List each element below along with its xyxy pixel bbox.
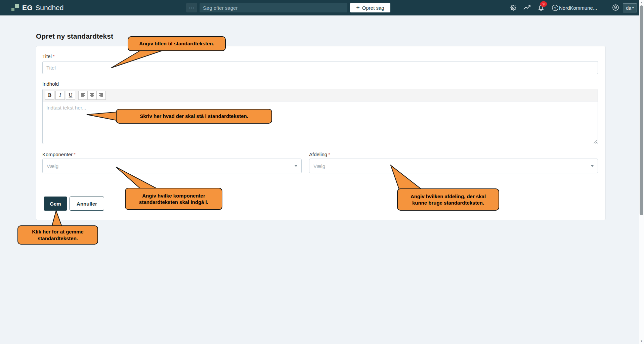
align-left-button[interactable] — [78, 91, 88, 100]
underline-button[interactable]: U — [66, 91, 75, 100]
callout-titel: Angiv titlen til standardteksten. — [128, 36, 226, 51]
plus-icon: + — [356, 5, 360, 11]
align-center-button[interactable] — [87, 91, 97, 100]
dropdown-arrow-icon — [591, 165, 594, 167]
dropdown-arrow-icon — [295, 165, 297, 167]
alignment-button-group — [78, 91, 106, 100]
align-right-icon — [99, 93, 103, 97]
ellipsis-icon: ⋯ — [189, 4, 195, 11]
search-input[interactable] — [200, 3, 347, 12]
callout-indhold: Skriv her hvad der skal stå i standardte… — [116, 109, 272, 124]
resize-handle[interactable] — [593, 140, 597, 143]
required-marker: * — [74, 152, 76, 157]
afdeling-placeholder: Vælg — [313, 163, 591, 169]
align-right-button[interactable] — [96, 91, 106, 100]
top-navigation-bar: EG Sundhed ⋯ + Opret sag — [0, 0, 639, 15]
eg-logo-icon — [11, 4, 19, 12]
callout-afdeling: Angiv hvilken afdeling, der skal kunne b… — [397, 188, 499, 211]
vertical-scrollbar[interactable]: ▲ ▼ — [639, 0, 644, 344]
page-title: Opret ny standardtekst — [36, 32, 113, 40]
komponenter-select[interactable]: Vælg — [42, 159, 302, 173]
svg-text:?: ? — [554, 6, 556, 10]
settings-gear-icon[interactable] — [510, 4, 517, 11]
app-logo: EG Sundhed — [11, 0, 63, 15]
bold-button[interactable]: B — [45, 91, 54, 100]
activity-trend-icon[interactable] — [523, 4, 530, 11]
indhold-label: Indhold — [42, 81, 59, 87]
create-case-button[interactable]: + Opret sag — [350, 3, 390, 12]
user-account-icon[interactable] — [612, 4, 619, 11]
brand-company: EG — [22, 4, 33, 12]
align-center-icon — [90, 93, 94, 97]
required-marker: * — [53, 53, 55, 59]
italic-button[interactable]: I — [55, 91, 65, 100]
brand-product: Sundhed — [35, 4, 63, 12]
app-root: EG Sundhed ⋯ + Opret sag — [0, 0, 644, 344]
global-search — [200, 3, 347, 12]
more-options-button[interactable]: ⋯ — [186, 3, 197, 12]
afdeling-label: Afdeling* — [309, 152, 330, 157]
scroll-down-arrow-icon[interactable]: ▼ — [639, 340, 644, 343]
komponenter-placeholder: Vælg — [47, 163, 295, 169]
language-selector[interactable]: da ▾ — [623, 3, 637, 12]
cancel-button[interactable]: Annuller — [70, 197, 104, 211]
tenant-name[interactable]: NordKommune... — [559, 0, 597, 15]
scrollbar-thumb[interactable] — [640, 5, 643, 215]
callout-gem: Klik her for at gemme standardteksten. — [17, 225, 98, 245]
komponenter-label: Komponenter* — [42, 152, 76, 157]
indhold-placeholder: Indtast tekst her... — [46, 105, 86, 111]
required-marker: * — [328, 152, 330, 157]
afdeling-select[interactable]: Vælg — [309, 159, 598, 173]
editor-toolbar: B I U — [43, 89, 598, 101]
titel-label: Titel* — [42, 53, 55, 59]
titel-input[interactable] — [42, 61, 598, 74]
scroll-up-arrow-icon[interactable]: ▲ — [639, 1, 644, 4]
help-icon[interactable]: ? — [552, 4, 558, 11]
language-value: da — [626, 5, 631, 11]
chevron-down-icon: ▾ — [632, 6, 634, 9]
create-case-label: Opret sag — [362, 5, 384, 11]
notification-badge: 9 — [540, 1, 547, 7]
callout-komponenter: Angiv hvilke komponenter standardteksten… — [125, 188, 222, 210]
align-left-icon — [81, 93, 85, 97]
save-button[interactable]: Gem — [44, 197, 67, 211]
